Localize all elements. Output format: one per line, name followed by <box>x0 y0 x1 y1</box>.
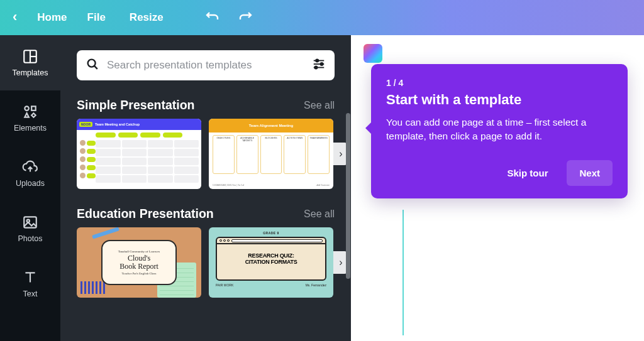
svg-rect-4 <box>31 106 35 111</box>
tour-pointer-icon <box>365 121 373 136</box>
back-icon[interactable]: ‹ <box>13 9 17 25</box>
sidenav-item-templates[interactable]: Templates <box>0 35 60 90</box>
topbar: ‹ Home File Resize <box>0 0 644 35</box>
skip-tour-button[interactable]: Skip tour <box>494 160 560 186</box>
color-swatch[interactable] <box>364 44 382 63</box>
tour-step: 1 / 4 <box>386 78 613 88</box>
svg-point-15 <box>314 66 317 68</box>
see-all-link[interactable]: See all <box>304 100 335 111</box>
canvas[interactable]: 1 / 4 Start with a template You can add … <box>351 35 644 341</box>
templates-panel: Simple Presentation See all NOORTeam Mee… <box>60 35 351 341</box>
svg-point-11 <box>316 59 318 62</box>
sidenav-item-elements[interactable]: Elements <box>0 90 60 146</box>
svg-line-9 <box>94 66 97 69</box>
template-row-education: Tanahall Community of Learners Cloud'sBo… <box>77 227 335 298</box>
sidenav-label: Text <box>23 290 38 298</box>
sidenav-item-photos[interactable]: Photos <box>0 201 60 256</box>
template-card[interactable]: Team Alignment Meeting OBJECTIVES ACHIEV… <box>209 119 333 189</box>
tour-title: Start with a template <box>386 92 613 108</box>
next-button[interactable]: Next <box>567 160 613 186</box>
search-bar[interactable] <box>77 50 335 80</box>
topbar-actions <box>205 10 253 25</box>
sidenav-label: Photos <box>18 234 43 243</box>
template-logo: NOOR <box>79 122 92 127</box>
tour-body: You can add one page at a time – first s… <box>386 116 613 144</box>
search-icon <box>86 57 99 73</box>
svg-point-8 <box>88 60 96 67</box>
svg-marker-5 <box>25 113 29 117</box>
tour-actions: Skip tour Next <box>386 160 613 186</box>
template-card[interactable]: GRADE 9 RESEARCH QUIZ:CITATION FORMATS P… <box>209 227 333 298</box>
template-heading: Team Meeting and Catchup <box>95 122 140 126</box>
svg-rect-6 <box>24 217 36 227</box>
nav-resize[interactable]: Resize <box>126 11 164 24</box>
template-card[interactable]: Tanahall Community of Learners Cloud'sBo… <box>77 227 201 298</box>
see-all-link[interactable]: See all <box>304 208 335 220</box>
search-input[interactable] <box>107 59 304 72</box>
template-card[interactable]: NOORTeam Meeting and Catchup <box>77 119 201 189</box>
nav-file[interactable]: File <box>87 11 106 24</box>
nav-home[interactable]: Home <box>37 11 67 24</box>
sidenav: Templates Elements Uploads Photos Text <box>0 35 60 341</box>
sidenav-item-uploads[interactable]: Uploads <box>0 146 60 201</box>
section-header-simple: Simple Presentation See all <box>77 98 335 112</box>
sidenav-label: Uploads <box>16 179 45 188</box>
section-title: Simple Presentation <box>77 98 194 112</box>
sidenav-label: Elements <box>14 124 47 133</box>
redo-icon[interactable] <box>238 10 253 25</box>
sidenav-item-text[interactable]: Text <box>0 256 60 311</box>
template-heading: Team Alignment Meeting <box>209 119 333 133</box>
topbar-left: ‹ Home File Resize <box>13 9 164 26</box>
undo-icon[interactable] <box>205 10 220 25</box>
svg-point-13 <box>320 63 323 65</box>
section-header-education: Education Presentation See all <box>77 207 335 221</box>
tour-popover: 1 / 4 Start with a template You can add … <box>371 64 628 198</box>
template-row-simple: NOORTeam Meeting and Catchup <box>77 119 335 189</box>
nav-resize-label: Resize <box>130 11 164 24</box>
main: Templates Elements Uploads Photos Text <box>0 35 644 341</box>
sidenav-label: Templates <box>13 68 48 77</box>
filter-icon[interactable] <box>312 57 326 73</box>
svg-point-3 <box>25 106 29 111</box>
section-title: Education Presentation <box>77 207 214 221</box>
